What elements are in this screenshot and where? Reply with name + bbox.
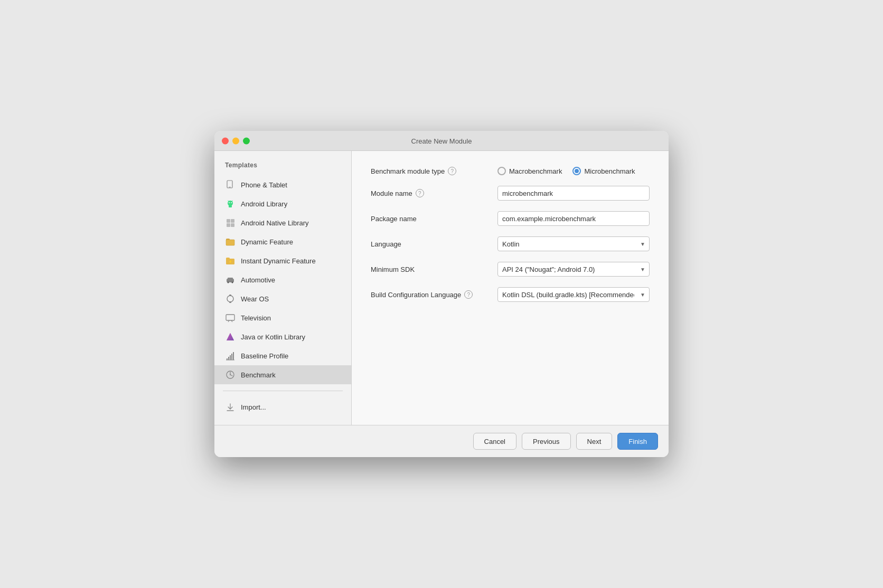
sidebar-item-android-library[interactable]: Android Library (214, 194, 351, 213)
svg-rect-0 (227, 181, 232, 188)
sidebar-item-instant-dynamic-feature[interactable]: ⚡ Instant Dynamic Feature (214, 251, 351, 270)
phone-tablet-icon (225, 179, 236, 190)
svg-point-20 (228, 282, 229, 283)
svg-rect-19 (228, 278, 233, 280)
sidebar: Templates Phone & Tablet (214, 151, 352, 425)
form-row-module-name: Module name ? (371, 186, 650, 201)
svg-rect-31 (228, 357, 229, 360)
svg-line-7 (232, 201, 232, 202)
svg-rect-8 (227, 219, 230, 223)
wear-os-icon (225, 293, 236, 304)
svg-rect-25 (226, 315, 234, 320)
svg-marker-29 (227, 333, 234, 340)
main-content: Benchmark module type ? Macrobenchmark M… (352, 151, 669, 425)
module-name-input[interactable] (497, 186, 650, 201)
television-icon (225, 312, 236, 323)
import-icon (225, 402, 236, 412)
build-config-select[interactable]: Kotlin DSL (build.gradle.kts) [Recommend… (497, 287, 650, 302)
svg-line-6 (228, 201, 229, 202)
benchmark-icon (225, 369, 236, 380)
sidebar-item-java-kotlin-library[interactable]: Java or Kotlin Library (214, 327, 351, 346)
module-name-label: Module name ? (371, 189, 497, 197)
close-button[interactable] (222, 137, 229, 144)
language-select[interactable]: Kotlin Java (497, 236, 650, 251)
svg-rect-32 (230, 355, 231, 360)
build-config-help-icon[interactable]: ? (464, 290, 473, 299)
benchmark-type-control: Macrobenchmark Microbenchmark (497, 167, 650, 175)
sidebar-divider (223, 391, 343, 391)
dynamic-feature-icon (225, 236, 236, 247)
module-name-control (497, 186, 650, 201)
next-button[interactable]: Next (576, 433, 613, 450)
maximize-button[interactable] (243, 137, 250, 144)
sidebar-label-television: Television (241, 314, 271, 322)
package-name-control (497, 211, 650, 226)
package-name-label: Package name (371, 215, 497, 223)
sidebar-item-television[interactable]: Television (214, 308, 351, 327)
microbenchmark-radio[interactable] (572, 167, 581, 175)
sidebar-label-automotive: Automotive (241, 276, 275, 284)
minimize-button[interactable] (232, 137, 239, 144)
svg-rect-3 (229, 205, 232, 207)
cancel-button[interactable]: Cancel (473, 433, 516, 450)
svg-point-5 (231, 202, 232, 203)
svg-rect-11 (231, 223, 234, 227)
sidebar-item-android-native-library[interactable]: Android Native Library (214, 213, 351, 232)
minimum-sdk-control: API 24 ("Nougat"; Android 7.0) API 21 ("… (497, 262, 650, 277)
svg-text:⚡: ⚡ (228, 259, 233, 264)
svg-rect-23 (229, 295, 231, 296)
sidebar-item-baseline-profile[interactable]: Baseline Profile (214, 346, 351, 365)
sidebar-label-wear-os: Wear OS (241, 295, 269, 303)
sidebar-label-baseline-profile: Baseline Profile (241, 352, 288, 360)
window-controls (222, 137, 250, 144)
svg-point-21 (232, 282, 233, 283)
dialog-footer: Cancel Previous Next Finish (214, 425, 669, 457)
sidebar-item-dynamic-feature[interactable]: Dynamic Feature (214, 232, 351, 251)
android-native-library-icon (225, 217, 236, 228)
sidebar-label-dynamic-feature: Dynamic Feature (241, 238, 293, 246)
svg-rect-10 (227, 223, 230, 227)
sidebar-label-import: Import... (241, 403, 266, 411)
module-name-help-icon[interactable]: ? (416, 189, 424, 197)
automotive-icon (225, 274, 236, 285)
sidebar-item-automotive[interactable]: Automotive (214, 270, 351, 289)
sidebar-label-instant-dynamic-feature: Instant Dynamic Feature (241, 257, 316, 265)
package-name-input[interactable] (497, 211, 650, 226)
sidebar-item-phone-tablet[interactable]: Phone & Tablet (214, 175, 351, 194)
sidebar-label-phone-tablet: Phone & Tablet (241, 181, 287, 189)
dialog-body: Templates Phone & Tablet (214, 151, 669, 425)
sidebar-label-benchmark: Benchmark (241, 371, 276, 379)
benchmark-type-help-icon[interactable]: ? (448, 167, 456, 175)
form-row-language: Language Kotlin Java ▼ (371, 236, 650, 251)
sidebar-item-benchmark[interactable]: Benchmark (214, 365, 351, 384)
language-label: Language (371, 240, 497, 248)
dialog-title: Create New Module (411, 137, 472, 145)
svg-rect-9 (231, 219, 234, 223)
minimum-sdk-select[interactable]: API 24 ("Nougat"; Android 7.0) API 21 ("… (497, 262, 650, 277)
svg-rect-1 (229, 187, 231, 187)
form-row-package-name: Package name (371, 211, 650, 226)
sidebar-label-android-library: Android Library (241, 200, 287, 208)
sidebar-title: Templates (214, 159, 351, 175)
finish-button[interactable]: Finish (617, 433, 658, 450)
build-config-label: Build Configuration Language ? (371, 290, 497, 299)
svg-rect-14 (226, 240, 234, 245)
build-config-control: Kotlin DSL (build.gradle.kts) [Recommend… (497, 287, 650, 302)
sidebar-item-import[interactable]: Import... (214, 397, 351, 416)
svg-point-4 (229, 202, 230, 203)
macrobenchmark-option[interactable]: Macrobenchmark (497, 167, 562, 175)
svg-rect-34 (233, 352, 234, 360)
instant-dynamic-feature-icon: ⚡ (225, 255, 236, 266)
sidebar-label-java-kotlin-library: Java or Kotlin Library (241, 333, 305, 341)
macrobenchmark-radio[interactable] (497, 167, 506, 175)
microbenchmark-option[interactable]: Microbenchmark (572, 167, 635, 175)
java-kotlin-library-icon (225, 331, 236, 342)
form-row-benchmark-type: Benchmark module type ? Macrobenchmark M… (371, 167, 650, 175)
sidebar-label-android-native-library: Android Native Library (241, 219, 309, 227)
benchmark-type-label: Benchmark module type ? (371, 167, 497, 175)
android-library-icon (225, 198, 236, 209)
svg-rect-24 (229, 301, 231, 303)
previous-button[interactable]: Previous (522, 433, 571, 450)
sidebar-item-wear-os[interactable]: Wear OS (214, 289, 351, 308)
language-control: Kotlin Java ▼ (497, 236, 650, 251)
